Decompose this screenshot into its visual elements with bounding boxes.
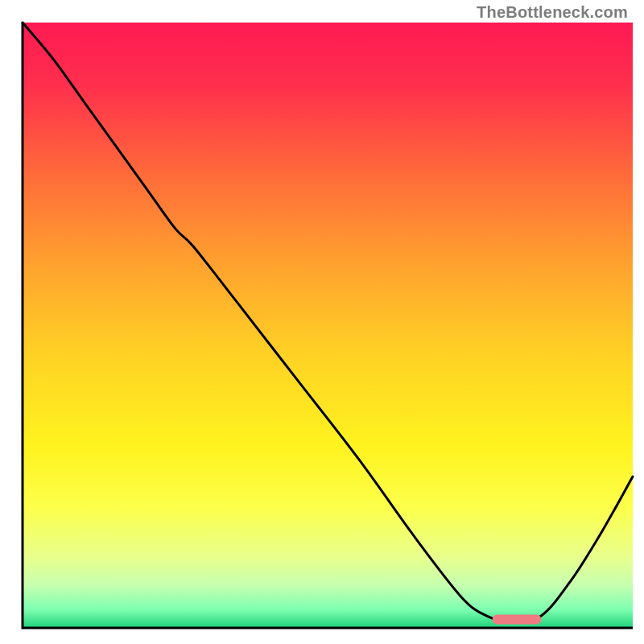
attribution-label: TheBottleneck.com [477, 3, 628, 22]
plot-area [23, 23, 633, 628]
optimal-marker [493, 614, 542, 624]
chart-container: { "attribution": "TheBottleneck.com", "c… [0, 0, 644, 644]
bottleneck-chart [0, 0, 644, 644]
